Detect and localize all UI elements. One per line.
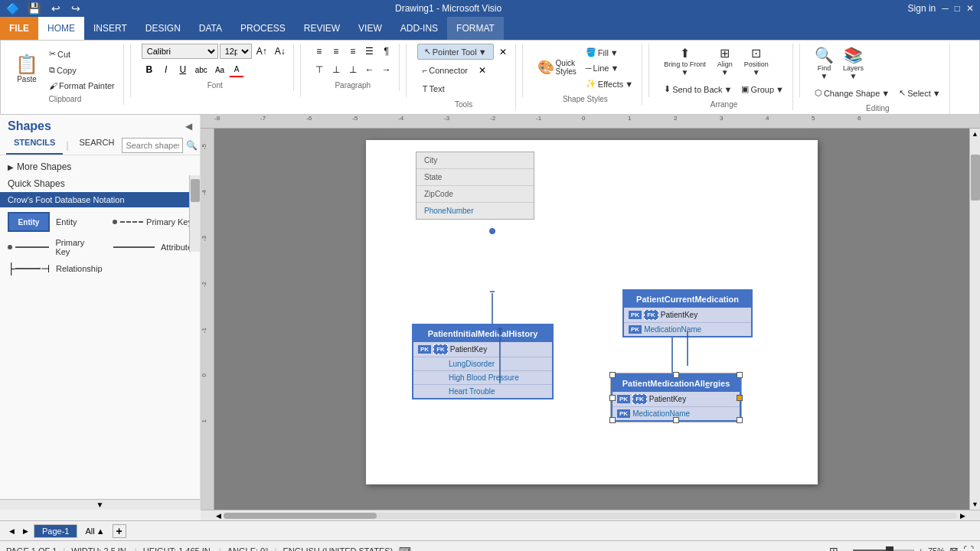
- horizontal-scrollbar: ◀ ▶: [201, 510, 980, 520]
- address-table[interactable]: City State ZipCode PhoneNumber: [416, 152, 534, 220]
- entity-shape[interactable]: Entity: [8, 212, 50, 232]
- align-right-btn[interactable]: ≡: [345, 44, 361, 59]
- fit-page-icon[interactable]: ⊞: [829, 545, 838, 552]
- menu-review[interactable]: REVIEW: [295, 17, 349, 40]
- text-tool-btn[interactable]: T Text: [417, 81, 450, 96]
- cut-button[interactable]: ✂ Cut: [45, 47, 119, 61]
- font-grow-btn[interactable]: A↑: [253, 44, 270, 59]
- strikethrough-btn[interactable]: abc: [192, 62, 211, 77]
- vscroll-down-btn[interactable]: ▼: [970, 499, 980, 510]
- patient-med-allergies-table[interactable]: PatientMedicationAllergies PK FK Patient…: [611, 373, 741, 422]
- bullet-btn[interactable]: ☰: [362, 44, 377, 59]
- sidebar-tab-search[interactable]: SEARCH: [72, 136, 122, 155]
- select-btn[interactable]: ↖ Select ▼: [895, 86, 944, 100]
- zoom-out-btn[interactable]: −: [843, 546, 848, 552]
- sidebar-collapse-btn[interactable]: ◀: [185, 121, 192, 132]
- vertical-scrollbar[interactable]: ▲ ▼: [969, 129, 980, 510]
- bold-btn[interactable]: B: [142, 62, 157, 77]
- sidebar-scroll-down[interactable]: ▼: [0, 499, 200, 510]
- maximize-btn[interactable]: □: [955, 3, 960, 14]
- position-btn[interactable]: ⊡ Position ▼: [740, 44, 773, 79]
- menu-format[interactable]: FORMAT: [447, 17, 504, 40]
- patient-current-med-table[interactable]: PatientCurrentMedication PK FK PatientKe…: [622, 289, 753, 337]
- fullscreen-btn[interactable]: ⛶: [963, 545, 974, 552]
- hscroll-right-btn[interactable]: ▶: [957, 510, 968, 521]
- effects-btn[interactable]: ✨ Effects ▼: [582, 77, 637, 91]
- vscroll-track[interactable]: [970, 139, 980, 499]
- font-case-btn[interactable]: Aa: [212, 62, 227, 77]
- font-shrink-btn[interactable]: A↓: [272, 44, 289, 59]
- menu-addins[interactable]: ADD-INS: [391, 17, 447, 40]
- group-icon: ▣: [741, 84, 749, 94]
- menu-home[interactable]: HOME: [38, 17, 84, 40]
- quick-styles-btn[interactable]: 🎨 QuickStyles: [534, 57, 580, 78]
- format-painter-button[interactable]: 🖌 Format Painter: [45, 79, 119, 93]
- valign-bot-btn[interactable]: ⊥: [345, 62, 361, 77]
- crows-foot-section[interactable]: Crow's Foot Database Notation: [0, 192, 200, 207]
- minimize-btn[interactable]: ─: [942, 3, 949, 14]
- status-input-method-icon[interactable]: ⌨: [399, 546, 411, 551]
- normal-view-btn[interactable]: ⊠: [949, 545, 959, 552]
- signin-btn[interactable]: Sign in: [908, 3, 936, 14]
- vscroll-up-btn[interactable]: ▲: [970, 129, 980, 139]
- find-btn[interactable]: 🔍 Find ▼: [811, 44, 838, 83]
- menu-insert[interactable]: INSERT: [84, 17, 136, 40]
- layers-btn[interactable]: 📚 Layers ▼: [839, 44, 867, 83]
- sidebar-search-input[interactable]: [122, 138, 183, 153]
- connector-close-btn[interactable]: ✕: [475, 63, 490, 78]
- qa-save[interactable]: 💾: [25, 2, 43, 15]
- change-shape-btn[interactable]: ⬡ Change Shape ▼: [811, 86, 893, 100]
- fill-btn[interactable]: 🪣 Fill ▼: [582, 45, 637, 60]
- pointer-tool-btn[interactable]: ↖ Pointer Tool ▼: [417, 44, 494, 60]
- align-left-btn[interactable]: ≡: [312, 44, 327, 59]
- hscroll-left-btn[interactable]: ◀: [213, 510, 224, 521]
- quick-shapes-item[interactable]: Quick Shapes: [0, 175, 200, 192]
- group-btn[interactable]: ▣ Group ▼: [737, 82, 787, 96]
- vscroll-thumb[interactable]: [971, 155, 980, 201]
- tools-close-btn[interactable]: ✕: [495, 44, 511, 60]
- indent-inc-btn[interactable]: →: [379, 62, 394, 77]
- hscroll-track[interactable]: [224, 513, 957, 519]
- underline-btn[interactable]: U: [175, 62, 191, 77]
- sidebar-tab-stencils[interactable]: STENCILS: [6, 136, 63, 155]
- all-pages-btn[interactable]: All ▲: [80, 525, 109, 537]
- menu-data[interactable]: DATA: [190, 17, 231, 40]
- font-color-btn[interactable]: A: [229, 62, 244, 77]
- more-shapes-item[interactable]: ▶ More Shapes: [0, 158, 200, 175]
- indent-dec-btn[interactable]: ←: [362, 62, 377, 77]
- font-face-select[interactable]: Calibri: [142, 44, 218, 59]
- align-center-btn[interactable]: ≡: [328, 44, 344, 59]
- menu-process[interactable]: PROCESS: [231, 17, 295, 40]
- connector-btn[interactable]: ⌐ Connector: [417, 63, 473, 78]
- close-btn[interactable]: ✕: [966, 3, 974, 14]
- align-btn[interactable]: ⊞ Align ▼: [713, 44, 737, 79]
- qa-redo[interactable]: ↪: [69, 2, 83, 15]
- hscroll-thumb[interactable]: [224, 513, 377, 519]
- page-tab-1[interactable]: Page-1: [34, 524, 77, 538]
- add-page-btn[interactable]: +: [113, 524, 126, 538]
- paragraph-btn[interactable]: ¶: [379, 44, 394, 59]
- italic-btn[interactable]: I: [158, 62, 174, 77]
- canvas-scroll[interactable]: City State ZipCode PhoneNumber PatientIn…: [214, 129, 969, 510]
- menu-file[interactable]: FILE: [0, 17, 38, 40]
- arrange-group: ⬆ Bring to Front ▼ ⊞ Align ▼ ⊡ Position …: [655, 44, 793, 110]
- font-size-select[interactable]: 12pt.: [220, 44, 252, 59]
- search-submit-icon[interactable]: 🔍: [183, 140, 201, 151]
- clipboard-label: Clipboard: [48, 95, 81, 103]
- paste-button[interactable]: 📋 Paste: [11, 44, 42, 93]
- scroll-pages-right[interactable]: ▶: [20, 526, 31, 536]
- scroll-pages-left[interactable]: ◀: [6, 526, 17, 536]
- fill-dropdown: ▼: [610, 48, 619, 57]
- send-to-back-btn[interactable]: ⬇ Send to Back ▼: [660, 82, 736, 96]
- copy-button[interactable]: ⧉ Copy: [45, 63, 119, 77]
- bring-to-front-btn[interactable]: ⬆ Bring to Front ▼: [660, 44, 710, 79]
- menu-view[interactable]: VIEW: [349, 17, 391, 40]
- valign-top-btn[interactable]: ⊤: [312, 62, 327, 77]
- patient-history-table[interactable]: PatientInitialMedicalHistory PK FK Patie…: [412, 324, 554, 399]
- zoom-in-btn[interactable]: +: [919, 546, 923, 552]
- bring-front-dropdown: ▼: [681, 68, 688, 77]
- valign-mid-btn[interactable]: ⊥: [328, 62, 344, 77]
- line-btn[interactable]: ─ Line ▼: [582, 61, 637, 75]
- menu-design[interactable]: DESIGN: [136, 17, 190, 40]
- qa-undo[interactable]: ↩: [49, 2, 63, 15]
